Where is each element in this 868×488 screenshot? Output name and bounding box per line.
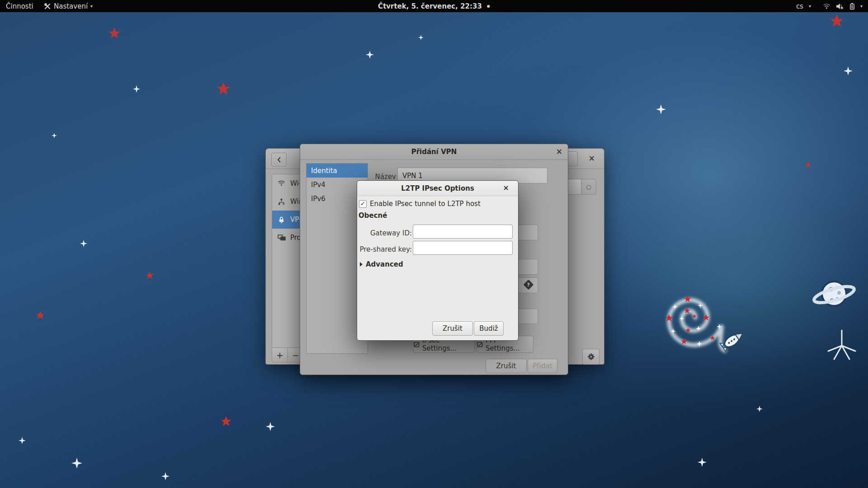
check-icon: ✓ — [360, 201, 365, 206]
gateway-id-label: Gateway ID: — [359, 229, 412, 237]
wired-disconnected-icon: ✕ — [278, 198, 285, 206]
wifi-icon — [823, 3, 830, 9]
enable-ipsec-checkbox-row[interactable]: ✓ Enable IPsec tunnel to L2TP host — [359, 200, 481, 208]
l2tp-ok-button[interactable]: Budiž — [474, 321, 504, 336]
vpn-lock-icon — [278, 216, 285, 224]
wifi-icon — [278, 180, 285, 188]
back-button[interactable] — [271, 153, 287, 167]
desktop: Činnosti Nastavení ▾ Čtvrtek, 5. červene… — [0, 0, 868, 488]
checkbox-checked[interactable]: ✓ — [359, 200, 367, 208]
l2tp-close-button[interactable]: × — [503, 184, 509, 192]
add-connection-button[interactable]: + — [272, 347, 288, 362]
l2tp-titlebar[interactable]: L2TP IPsec Options — [357, 181, 518, 196]
top-bar: Činnosti Nastavení ▾ Čtvrtek, 5. červene… — [0, 0, 868, 12]
notification-dot: ● — [487, 4, 490, 8]
section-heading-general: Obecné — [359, 211, 387, 220]
chevron-left-icon — [277, 156, 282, 163]
l2tp-cancel-button[interactable]: Zrušit — [432, 321, 473, 336]
chevron-down-icon: ▾ — [860, 4, 863, 9]
planet — [812, 282, 856, 306]
switch-off-mark: ○ — [581, 179, 596, 194]
tab-identity[interactable]: Identita — [307, 164, 368, 178]
clock-label: Čtvrtek, 5. červenec, 22:33 — [378, 2, 482, 10]
app-menu-label: Nastavení — [54, 2, 88, 10]
add-vpn-close-button[interactable]: × — [556, 148, 562, 155]
gateway-id-input[interactable] — [413, 225, 513, 239]
dialog-title: Přidání VPN — [411, 148, 457, 156]
advanced-label: Advanced — [366, 260, 403, 268]
dialog-title: L2TP IPsec Options — [401, 184, 474, 192]
system-status-area[interactable]: cs ▾ — [793, 0, 865, 12]
advanced-expander[interactable]: Advanced — [360, 260, 403, 268]
settings-mini-icon — [414, 342, 420, 347]
switch-handle — [566, 179, 581, 194]
activities-button[interactable]: Činnosti — [2, 0, 38, 12]
vpn-add-button[interactable]: Přidat — [528, 359, 557, 373]
big-star — [828, 330, 855, 359]
expander-triangle-icon — [360, 262, 363, 267]
chevron-down-icon: ▾ — [809, 4, 811, 9]
activities-label: Činnosti — [6, 2, 33, 10]
connection-settings-gear-button[interactable] — [582, 349, 599, 365]
l2tp-ipsec-options-dialog: L2TP IPsec Options × ✓ Enable IPsec tunn… — [357, 180, 519, 341]
settings-close-button[interactable]: × — [589, 155, 595, 162]
rocket — [720, 329, 745, 352]
battery-icon — [849, 3, 855, 10]
gear-icon — [587, 353, 595, 361]
chevron-down-icon: ▾ — [90, 4, 93, 9]
clock-button[interactable]: Čtvrtek, 5. červenec, 22:33 ● — [374, 0, 494, 12]
volume-muted-icon — [836, 3, 844, 9]
list-toolbar: + − — [272, 347, 304, 362]
add-vpn-titlebar[interactable]: Přidání VPN — [300, 144, 568, 160]
proxy-icon — [278, 234, 285, 242]
vpn-cancel-button[interactable]: Zrušit — [486, 359, 527, 373]
star-spiral — [665, 296, 725, 351]
svg-text:✕: ✕ — [282, 202, 285, 206]
settings-mini-icon — [477, 342, 483, 347]
tools-icon — [44, 3, 51, 10]
pre-shared-key-label: Pre-shared key: — [359, 245, 412, 253]
pre-shared-key-input[interactable] — [413, 241, 513, 255]
toggle-switch-off[interactable]: ○ — [566, 179, 596, 195]
keyboard-layout-indicator: cs — [796, 2, 803, 10]
name-field-label: Název — [363, 173, 396, 181]
app-menu-button[interactable]: Nastavení ▾ — [40, 0, 97, 12]
enable-ipsec-label: Enable IPsec tunnel to L2TP host — [370, 200, 481, 208]
